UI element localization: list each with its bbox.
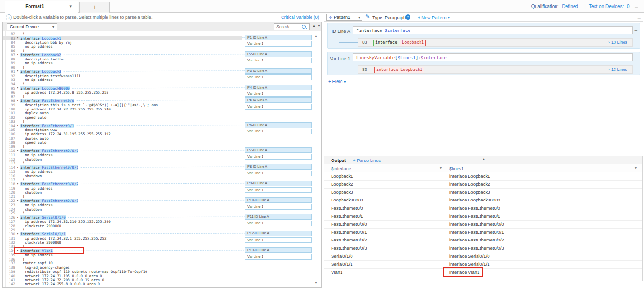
interface-highlight[interactable]: interface FastEthernet0/0/1: [20, 165, 78, 170]
interface-name[interactable]: Loopback2: [42, 53, 61, 57]
fold-icon[interactable]: ▾: [17, 69, 19, 73]
help-icon[interactable]: ?: [405, 14, 410, 20]
find-previous-icon[interactable]: ▲: [312, 24, 316, 27]
code-line[interactable]: 83▾interface Loopback1: [3, 36, 242, 40]
code-line[interactable]: 100 ip address 172.24.32.225 255.255.255…: [3, 107, 242, 111]
table-row[interactable]: Loopback80000interface Loopback80000: [324, 196, 642, 204]
code-line[interactable]: 140 network 172.24.31.195 0.0.0.0 area 0: [3, 274, 242, 278]
pattern-id-box[interactable]: P1-ID Line A: [245, 35, 312, 40]
pattern-var-box[interactable]: Var Line 1: [245, 58, 312, 63]
edit-pattern-icon[interactable]: ✎: [365, 13, 370, 20]
interface-highlight[interactable]: interface Serial0/1/1: [20, 232, 66, 236]
code-line[interactable]: 118▾interface FastEthernet0/0/2: [3, 182, 242, 186]
code-line[interactable]: 106 ip address 172.24.31.195 255.255.255…: [3, 132, 242, 136]
table-row[interactable]: Loopback2interface Loopback2: [324, 181, 642, 189]
interface-name[interactable]: FastEthernet0/0: [42, 99, 74, 103]
fold-icon[interactable]: ▾: [17, 52, 19, 56]
interface-name[interactable]: Serial0/1/0: [42, 215, 66, 220]
pattern-menu-icon[interactable]: ≡: [637, 14, 641, 20]
code-line[interactable]: 89 no ip address: [3, 61, 242, 65]
interface-highlight[interactable]: interface FastEthernet0/1: [20, 124, 74, 128]
var-line-lines-link[interactable]: ›13 Lines: [608, 67, 627, 72]
code-line[interactable]: 112 shutdown: [3, 157, 242, 161]
interface-highlight[interactable]: interface FastEthernet0/0/3: [20, 199, 78, 203]
parse-lines-button[interactable]: + Parse Lines: [353, 158, 381, 163]
code-line[interactable]: 136 !: [3, 257, 242, 261]
code-line[interactable]: 113 !: [3, 161, 242, 165]
code-line[interactable]: 137 router ospf 10: [3, 261, 242, 265]
interface-highlight[interactable]: interface FastEthernet0/0/2: [20, 182, 78, 186]
tab-format1[interactable]: Format1 ▾: [5, 1, 78, 13]
code-line[interactable]: 131 ip address 172.24.32.1 255.255.255.2…: [3, 236, 242, 241]
code-line[interactable]: 128 clockrate 2000000: [3, 224, 242, 228]
interface-name[interactable]: Loopback1: [42, 36, 61, 40]
add-field-button[interactable]: + Field▾: [328, 79, 346, 84]
add-tab-button[interactable]: +: [79, 2, 110, 13]
pattern-var-box[interactable]: Var Line 1: [245, 204, 312, 210]
code-line[interactable]: 104▾interface FastEthernet0/1: [3, 124, 242, 128]
code-line[interactable]: 92 description testfwssss1111: [3, 74, 242, 78]
table-row[interactable]: Serial0/1/0interface Serial0/1/0: [324, 252, 642, 261]
interface-highlight[interactable]: interface Loopback3: [20, 70, 61, 74]
pattern-id-box[interactable]: P10-ID Line A: [245, 197, 312, 203]
fold-icon[interactable]: ▾: [17, 85, 19, 90]
code-line[interactable]: 85 no ip address: [3, 44, 242, 49]
id-line-sample-row[interactable]: 83 interfaceLoopback1 ›13 Lines: [358, 38, 633, 47]
interface-name[interactable]: Loopback3: [42, 70, 61, 74]
var-line-sample-row[interactable]: 83 interface Loopback1 ›13 Lines: [358, 65, 633, 74]
fold-icon[interactable]: ▾: [17, 165, 19, 169]
chevron-down-icon[interactable]: ▾: [440, 166, 442, 170]
pattern-id-box[interactable]: P4-ID Line A: [245, 85, 312, 90]
chevron-down-icon[interactable]: ▾: [635, 166, 637, 170]
new-pattern-button[interactable]: + New Pattern▾: [418, 15, 449, 20]
id-line-menu-icon[interactable]: ≡: [634, 27, 637, 33]
table-row[interactable]: FastEthernet0/0/2interface FastEthernet0…: [324, 236, 642, 244]
table-row[interactable]: Loopback1interface Loopback1: [324, 172, 642, 181]
code-line[interactable]: 111 no ip address: [3, 153, 242, 157]
code-line[interactable]: 102 speed auto: [3, 115, 242, 120]
pattern-id-box[interactable]: P3-ID Line A: [245, 68, 312, 74]
table-row[interactable]: FastEthernet0/0/1interface FastEthernet0…: [324, 229, 642, 237]
test-on-devices-link[interactable]: Test on Devices: 0: [589, 4, 632, 9]
code-line[interactable]: 125 !: [3, 211, 242, 215]
code-line[interactable]: 103 !: [3, 120, 242, 124]
pattern-id-box[interactable]: P13-ID Line A: [245, 247, 312, 253]
interface-highlight[interactable]: interface FastEthernet0/0/0: [20, 149, 78, 153]
minimize-icon[interactable]: −: [635, 157, 638, 162]
code-line[interactable]: 129 !: [3, 228, 242, 232]
code-line[interactable]: 95▾interface Loopback80000: [3, 86, 242, 90]
code-line[interactable]: 86 !: [3, 49, 242, 53]
code-line[interactable]: 124 shutdown: [3, 207, 242, 211]
var-line-menu-icon[interactable]: ≡: [634, 54, 637, 60]
code-line[interactable]: 82 !: [3, 32, 242, 36]
interface-highlight[interactable]: interface Loopback1: [20, 36, 61, 40]
pattern-selector[interactable]: ✛ Pattern1 ▾: [326, 14, 362, 21]
table-row[interactable]: FastEthernet0/0/0interface FastEthernet0…: [324, 221, 642, 229]
code-line[interactable]: 98▾interface FastEthernet0/0: [3, 99, 242, 103]
code-line[interactable]: 139 redistribute ospf 110 subnets route-…: [3, 270, 242, 274]
code-line[interactable]: 120 shutdown: [3, 191, 242, 195]
code-line[interactable]: 88 description testfw: [3, 57, 242, 61]
code-line[interactable]: 90 !: [3, 65, 242, 70]
table-row[interactable]: Loopback3interface Loopback3: [324, 189, 642, 197]
fold-icon[interactable]: ▾: [17, 215, 19, 219]
code-line[interactable]: 123 no ip address: [3, 203, 242, 207]
pattern-id-box[interactable]: P8-ID Line A: [245, 164, 312, 170]
code-line[interactable]: 101 duplex auto: [3, 111, 242, 115]
code-line[interactable]: 94 !: [3, 82, 242, 86]
code-line[interactable]: 109 !: [3, 144, 242, 149]
interface-highlight[interactable]: interface Serial0/1/0: [20, 215, 66, 220]
code-line[interactable]: 93 no ip address: [3, 78, 242, 82]
code-line[interactable]: 96 ip address 172.24.255.8 255.255.255.2…: [3, 90, 242, 95]
interface-name[interactable]: Serial0/1/1: [42, 232, 66, 236]
pattern-var-box[interactable]: Var Line 1: [245, 237, 312, 243]
search-icon[interactable]: [302, 25, 306, 29]
interface-highlight[interactable]: interface FastEthernet0/0: [20, 99, 74, 103]
code-line[interactable]: 130▾interface Serial0/1/1: [3, 232, 242, 236]
code-line[interactable]: 116 shutdown: [3, 174, 242, 178]
code-line[interactable]: 105 description www: [3, 128, 242, 132]
code-line[interactable]: 121 !: [3, 194, 242, 199]
config-code-area[interactable]: 82 !83▾interface Loopback184 description…: [3, 31, 322, 287]
scroll-up-icon[interactable]: ▲: [314, 34, 318, 38]
pattern-id-box[interactable]: P12-ID Line A: [245, 231, 312, 236]
